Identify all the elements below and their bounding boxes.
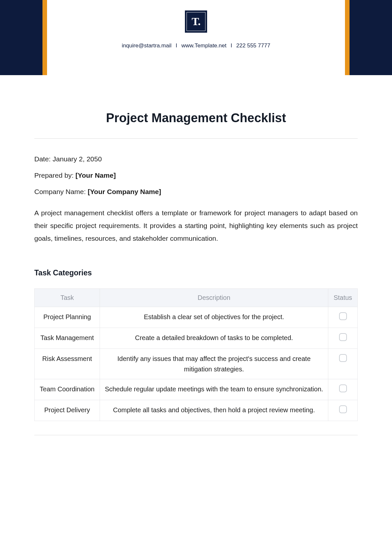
separator: I — [176, 42, 177, 49]
meta-prepared-value: [Your Name] — [75, 171, 116, 179]
page-title: Project Management Checklist — [34, 111, 358, 125]
cell-task: Project Planning — [35, 307, 100, 328]
th-description: Description — [100, 288, 328, 307]
logo: T. — [185, 10, 207, 33]
meta-company-value: [Your Company Name] — [88, 188, 161, 195]
header-orange-right — [345, 0, 350, 75]
table-row: Risk Assessment Identify any issues that… — [35, 349, 358, 379]
header-orange-left — [42, 0, 47, 75]
checkbox[interactable] — [339, 333, 347, 341]
meta-company: Company Name: [Your Company Name] — [34, 188, 358, 196]
divider — [34, 138, 358, 139]
meta-date-label: Date: — [34, 155, 53, 163]
intro-paragraph: A project management checklist offers a … — [34, 207, 358, 245]
meta-company-label: Company Name: — [34, 188, 88, 195]
table-header-row: Task Description Status — [35, 288, 358, 307]
tasks-table: Task Description Status Project Planning… — [34, 288, 358, 421]
th-task: Task — [35, 288, 100, 307]
cell-description: Establish a clear set of objectives for … — [100, 307, 328, 328]
checkbox[interactable] — [339, 354, 347, 362]
meta-prepared-label: Prepared by: — [34, 171, 75, 179]
contact-website: www.Template.net — [181, 42, 226, 49]
meta-date-value: January 2, 2050 — [53, 155, 102, 163]
header-band: T. inquire@startra.mail I www.Template.n… — [0, 0, 392, 75]
divider-bottom — [34, 435, 358, 435]
checkbox[interactable] — [339, 405, 347, 413]
separator: I — [231, 42, 232, 49]
meta-prepared: Prepared by: [Your Name] — [34, 171, 358, 179]
cell-description: Identify any issues that may affect the … — [100, 349, 328, 379]
cell-task: Team Coordination — [35, 379, 100, 400]
cell-task: Risk Assessment — [35, 349, 100, 379]
cell-status — [328, 349, 358, 379]
cell-description: Complete all tasks and objectives, then … — [100, 400, 328, 421]
table-row: Project Planning Establish a clear set o… — [35, 307, 358, 328]
cell-status — [328, 379, 358, 400]
contact-email: inquire@startra.mail — [122, 42, 172, 49]
contact-line: inquire@startra.mail I www.Template.net … — [122, 42, 270, 49]
logo-text: T. — [187, 12, 205, 31]
header-navy-left — [0, 0, 42, 75]
checkbox[interactable] — [339, 312, 347, 320]
table-row: Team Coordination Schedule regular updat… — [35, 379, 358, 400]
contact-phone: 222 555 7777 — [236, 42, 270, 49]
content-area: Project Management Checklist Date: Janua… — [0, 75, 392, 435]
cell-task: Project Delivery — [35, 400, 100, 421]
cell-status — [328, 307, 358, 328]
header-navy-right — [350, 0, 392, 75]
table-row: Task Management Create a detailed breakd… — [35, 328, 358, 349]
th-status: Status — [328, 288, 358, 307]
cell-description: Schedule regular update meetings with th… — [100, 379, 328, 400]
table-row: Project Delivery Complete all tasks and … — [35, 400, 358, 421]
cell-status — [328, 328, 358, 349]
meta-date: Date: January 2, 2050 — [34, 155, 358, 163]
section-heading: Task Categories — [34, 269, 358, 277]
checkbox[interactable] — [339, 384, 347, 392]
cell-status — [328, 400, 358, 421]
cell-task: Task Management — [35, 328, 100, 349]
cell-description: Create a detailed breakdown of tasks to … — [100, 328, 328, 349]
